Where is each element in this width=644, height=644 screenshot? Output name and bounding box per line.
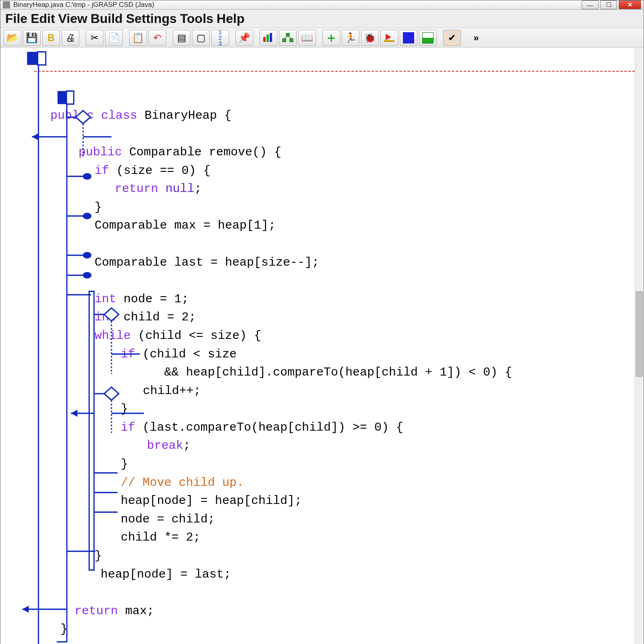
svg-rect-9 bbox=[384, 40, 394, 42]
svg-rect-14 bbox=[66, 91, 74, 104]
menu-build[interactable]: Build bbox=[91, 11, 123, 26]
svg-rect-11 bbox=[38, 52, 46, 65]
svg-rect-3 bbox=[286, 33, 289, 36]
page-icon[interactable]: ▢ bbox=[192, 30, 210, 46]
book-icon[interactable]: 📖 bbox=[298, 30, 316, 46]
svg-rect-10 bbox=[27, 52, 37, 65]
window-title: BinaryHeap.java C:\tmp - jGRASP CSD (Jav… bbox=[13, 1, 154, 9]
uml-icon[interactable] bbox=[279, 30, 297, 46]
run-icon[interactable]: 🏃 bbox=[342, 30, 359, 46]
titlebar[interactable]: BinaryHeap.java C:\tmp - jGRASP CSD (Jav… bbox=[0, 0, 644, 10]
save-folder-icon[interactable]: B bbox=[42, 30, 60, 46]
svg-marker-22 bbox=[32, 133, 38, 140]
pin-icon[interactable]: 📌 bbox=[235, 30, 253, 46]
plus-icon[interactable]: ＋ bbox=[322, 30, 340, 46]
open-icon[interactable]: 📂 bbox=[4, 30, 21, 46]
menu-settings[interactable]: Settings bbox=[126, 11, 177, 26]
app-icon bbox=[3, 1, 10, 8]
svg-line-6 bbox=[284, 36, 288, 39]
maximize-button[interactable]: ☐ bbox=[600, 0, 617, 9]
linenum-icon[interactable]: 123 bbox=[211, 30, 229, 46]
chart-icon[interactable] bbox=[260, 30, 277, 46]
svg-marker-8 bbox=[386, 34, 391, 40]
green-half-icon[interactable] bbox=[419, 30, 437, 46]
check-icon[interactable]: ✔ bbox=[443, 30, 461, 46]
svg-rect-5 bbox=[290, 39, 293, 42]
svg-rect-1 bbox=[266, 35, 269, 42]
svg-rect-4 bbox=[283, 39, 286, 42]
toolbar: 📂 💾 B 🖨 ✂ 📄 📋 ↶ ▤ ▢ 123 📌 📖 ＋ 🏃 🐞 bbox=[0, 28, 644, 47]
svg-rect-0 bbox=[263, 37, 266, 42]
debug-icon[interactable]: 🐞 bbox=[361, 30, 379, 46]
minimize-button[interactable]: — bbox=[582, 0, 599, 9]
menu-tools[interactable]: Tools bbox=[180, 11, 213, 26]
cut-icon[interactable]: ✂ bbox=[86, 30, 103, 46]
svg-rect-13 bbox=[58, 91, 66, 104]
editor[interactable]: public class BinaryHeap { public Compara… bbox=[0, 47, 644, 644]
menubar: File Edit View Build Settings Tools Help bbox=[0, 10, 644, 28]
menu-edit[interactable]: Edit bbox=[31, 11, 55, 26]
paste-icon[interactable]: 📋 bbox=[129, 30, 147, 46]
save-icon[interactable]: 💾 bbox=[23, 30, 41, 46]
copy-icon[interactable]: 📄 bbox=[105, 30, 123, 46]
svg-point-26 bbox=[83, 213, 91, 219]
code-area[interactable]: public class BinaryHeap { public Compara… bbox=[10, 47, 635, 644]
svg-line-7 bbox=[288, 36, 291, 39]
csd-icon[interactable]: ▤ bbox=[173, 30, 190, 46]
svg-rect-2 bbox=[270, 33, 272, 42]
menu-help[interactable]: Help bbox=[217, 11, 244, 26]
svg-point-30 bbox=[83, 272, 91, 278]
menu-view[interactable]: View bbox=[58, 11, 87, 26]
vertical-scrollbar[interactable] bbox=[635, 47, 644, 644]
blue-square-icon[interactable] bbox=[400, 30, 417, 46]
more-icon[interactable]: » bbox=[467, 30, 485, 46]
undo-icon[interactable]: ↶ bbox=[149, 30, 166, 46]
menu-file[interactable]: File bbox=[5, 11, 27, 26]
close-button[interactable]: ✕ bbox=[619, 0, 641, 9]
print-icon[interactable]: 🖨 bbox=[62, 30, 79, 46]
play-icon[interactable] bbox=[380, 30, 398, 46]
